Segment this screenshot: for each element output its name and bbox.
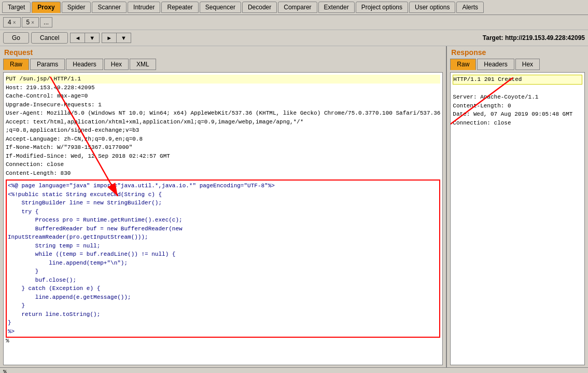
tab-4[interactable]: 4 ×	[3, 17, 21, 27]
tab-4-close[interactable]: ×	[13, 20, 16, 25]
menu-bar: Target Proxy Spider Scanner Intruder Rep…	[0, 0, 588, 15]
tab-user-options[interactable]: User options	[409, 2, 455, 13]
tab-proxy[interactable]: Proxy	[32, 2, 60, 13]
go-button[interactable]: Go	[3, 32, 29, 44]
back-button[interactable]: ◄	[70, 33, 85, 43]
number-tab-bar: 4 × 5 × ...	[0, 15, 588, 30]
cancel-button[interactable]: Cancel	[31, 32, 68, 44]
status-text: %	[3, 369, 7, 373]
back-nav-group: ◄ ▼	[70, 33, 100, 43]
request-code-text: <%@ page language="java" import="java.ut…	[8, 182, 438, 336]
tab-5-close[interactable]: ×	[31, 20, 34, 25]
tab-target[interactable]: Target	[2, 2, 31, 13]
tab-repeater[interactable]: Repeater	[161, 2, 198, 13]
tab-spider[interactable]: Spider	[62, 2, 91, 13]
request-tab-raw[interactable]: Raw	[3, 59, 29, 70]
request-headers: PUT /sun.jsp/ HTTP/1.1 Host: 219.153.49.…	[6, 75, 440, 177]
tab-comparer[interactable]: Comparer	[278, 2, 317, 13]
response-tab-hex[interactable]: Hex	[515, 59, 540, 70]
request-title: Request	[0, 46, 446, 59]
request-tab-hex[interactable]: Hex	[104, 59, 129, 70]
request-tab-xml[interactable]: XML	[130, 59, 156, 70]
request-code-section: <%@ page language="java" import="java.ut…	[6, 179, 440, 338]
tab-project-options[interactable]: Project options	[356, 2, 408, 13]
tab-ellipsis[interactable]: ...	[40, 17, 52, 27]
response-tabs: Raw Headers Hex	[447, 59, 588, 70]
tab-alerts[interactable]: Alerts	[456, 2, 484, 13]
tab-5[interactable]: 5 ×	[22, 17, 39, 27]
request-tab-params[interactable]: Params	[30, 59, 65, 70]
request-tab-headers[interactable]: Headers	[66, 59, 103, 70]
status-bar: %	[0, 367, 588, 373]
response-tab-raw[interactable]: Raw	[450, 59, 476, 70]
request-percent-line: %	[6, 338, 440, 344]
response-panel: Response Raw Headers Hex HTTP/1.1 201 Cr…	[447, 46, 588, 367]
tab-decoder[interactable]: Decoder	[242, 2, 277, 13]
back-dropdown-button[interactable]: ▼	[85, 33, 100, 43]
response-title: Response	[447, 46, 588, 59]
tab-sequencer[interactable]: Sequencer	[200, 2, 241, 13]
tab-intruder[interactable]: Intruder	[128, 2, 160, 13]
request-panel: Request Raw Params Headers Hex XML PUT /…	[0, 46, 447, 367]
toolbar: Go Cancel ◄ ▼ ► ▼ Target: http://219.153…	[0, 30, 588, 46]
tab-scanner[interactable]: Scanner	[92, 2, 127, 13]
request-code-area[interactable]: PUT /sun.jsp/ HTTP/1.1 Host: 219.153.49.…	[3, 72, 443, 365]
main-content: Request Raw Params Headers Hex XML PUT /…	[0, 46, 588, 367]
response-content: HTTP/1.1 201 Created Server: Apache-Coyo…	[453, 75, 582, 127]
request-tabs: Raw Params Headers Hex XML	[0, 59, 446, 70]
forward-button[interactable]: ►	[102, 33, 116, 43]
response-tab-headers[interactable]: Headers	[477, 59, 514, 70]
forward-dropdown-button[interactable]: ▼	[116, 33, 131, 43]
tab-5-label: 5	[26, 19, 30, 26]
forward-nav-group: ► ▼	[102, 33, 131, 43]
target-info: Target: http://219.153.49.228:42095	[483, 34, 585, 42]
tab-4-label: 4	[8, 19, 11, 26]
tab-extender[interactable]: Extender	[318, 2, 355, 13]
response-code-area[interactable]: HTTP/1.1 201 Created Server: Apache-Coyo…	[450, 72, 585, 365]
